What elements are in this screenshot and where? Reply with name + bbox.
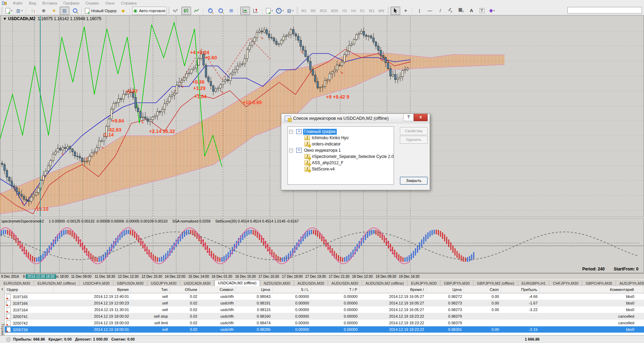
chart-tab-usdcadh-m30[interactable]: USDCADh,M30 — [180, 281, 214, 286]
candle-body — [1, 163, 3, 165]
column-header-8[interactable]: Время / — [360, 286, 426, 293]
candle-body — [52, 154, 54, 160]
chart-tab-gbpjpyh-m2-offline-[interactable]: GBPJPYh,M2 (offline) — [473, 281, 518, 286]
close-icon[interactable]: x — [414, 114, 428, 121]
candle-body — [11, 181, 13, 186]
column-header-6[interactable]: S / L — [273, 286, 311, 293]
chart-tab-chfjpyh-m30[interactable]: CHFJPYh,M30 — [549, 281, 582, 286]
candle-body — [407, 68, 409, 70]
candle-body — [162, 109, 163, 112]
cell-s / l: 0.00000 — [273, 314, 311, 318]
tree-item-label: Окно индикатора 1 — [303, 148, 342, 153]
table-row[interactable]: 31971662014.12.19 12:00:23sell0.02usdchf… — [5, 300, 644, 307]
tree-item-7[interactable]: ƒStdScore-v4 — [288, 166, 394, 172]
column-header-5[interactable]: Цена — [236, 286, 273, 293]
column-header-1[interactable]: Время — [54, 286, 131, 293]
time-axis-label: 14 Dec 22:00 — [165, 275, 186, 278]
column-header-2[interactable]: Тип — [131, 286, 170, 293]
cell-тип: sell limit — [131, 321, 170, 325]
column-header-12[interactable]: Комментарий — [540, 286, 644, 293]
cell-s / l: 0.00000 — [273, 294, 311, 299]
candle-body — [203, 54, 205, 65]
chart-tab-audusdh-m30[interactable]: AUDUSDh,M30 — [328, 281, 362, 286]
chart-tab-gbpjpyh-m30[interactable]: GBPJPYh,M30 — [440, 281, 473, 286]
column-header-0[interactable]: Ордер — [5, 286, 54, 293]
chart-tab-audusdh-m2-offline-[interactable]: AUDUSDh,M2 (offline) — [362, 281, 407, 286]
chart-tab-eurusdh-m30[interactable]: EURUSDh,M30 — [0, 281, 34, 286]
chart-tab-eurgbph-h1[interactable]: EURGBPh,H1 — [518, 281, 550, 286]
cell-s / l: 0.00000 — [273, 308, 311, 312]
candle-body — [324, 81, 326, 86]
terminal-side-strip: x Терминал — [0, 286, 5, 343]
column-header-4[interactable]: Символ — [199, 286, 236, 293]
expander-icon[interactable]: − — [289, 130, 293, 134]
candle-body — [222, 81, 224, 85]
chart-tab-gbpusdh-m30[interactable]: GBPUSDh,M30 — [113, 281, 147, 286]
table-row[interactable]: 32007392014.12.19 18:00:01sell0.02usdchf… — [5, 326, 644, 333]
cell-цена: 0.98379 — [426, 314, 464, 318]
cell-тип: sell — [131, 294, 170, 299]
candle-body — [349, 45, 350, 51]
chart-tab-gbpchfh-m30[interactable]: GBPCHFh,M30 — [582, 281, 616, 286]
indicator-function-icon: ƒ — [304, 160, 310, 165]
indicator-values-spectrometr: 1 0.00000 -0.00125 0.00132 -0.00008 0.00… — [49, 219, 168, 223]
chart-symbol: USDCADh,M2 — [8, 16, 35, 21]
delete-button[interactable]: Удалить — [400, 136, 428, 144]
tree-item-5[interactable]: ƒ#Spectrometr_Separate_Selective Cycle 2… — [288, 153, 394, 160]
time-axis-label: 17 Dec 19:30 — [305, 275, 326, 278]
chart-tab-audusdh-m30[interactable]: AUDUSDh,M30 — [294, 281, 328, 286]
indicators-tree[interactable]: −≈Главный графикƒIchimoku Kinko Hyoƒorde… — [287, 126, 394, 185]
candle-body — [159, 111, 161, 112]
tree-item-6[interactable]: ƒASS_ahp2012_F — [288, 160, 394, 166]
candle-body — [213, 86, 214, 91]
indicators-list-icon — [285, 116, 291, 121]
terminal-close-button[interactable]: x — [0, 287, 4, 291]
candle-body — [392, 74, 394, 76]
cell-время: 2014.12.19 18:00:02 — [54, 314, 131, 318]
candle-body — [375, 42, 377, 46]
cell-ордер: 3197165 — [5, 294, 54, 299]
tree-item-label: #Spectrometr_Separate_Selective Cycle 2.… — [311, 154, 394, 160]
cell-время: 2014.12.19 16:05:27 — [360, 294, 426, 299]
table-row[interactable]: 31971642014.12.19 11:30:01sell0.02usdchf… — [5, 307, 644, 313]
column-header-3[interactable]: Объем — [170, 286, 199, 293]
chart-tab-eurusdh-m2-offline-[interactable]: EURUSDh,M2 (offline) — [34, 281, 79, 286]
table-row[interactable]: 31971652014.12.19 12:40:01sell0.02usdchf… — [5, 293, 644, 300]
expander-icon[interactable]: − — [289, 149, 293, 152]
chart-tab-usdcadh-m2-offline-[interactable]: USDCADh,M2 (offline) — [214, 280, 260, 286]
candle-body — [259, 31, 260, 32]
tree-item-3[interactable]: ƒorders-indicator — [288, 141, 394, 147]
cell-ордер: 3200742 — [5, 320, 54, 326]
column-header-11[interactable]: Прибыль — [501, 286, 540, 293]
column-header-9[interactable]: Цена — [426, 286, 464, 293]
close-button[interactable]: Закрыть — [400, 177, 428, 185]
cell-время: 2014.12.19 11:30:01 — [54, 308, 131, 312]
properties-button[interactable]: Свойства — [400, 127, 428, 135]
chart-tab-audjpyh-m30[interactable]: AUDJPYh,M30 — [616, 281, 644, 286]
candle-body — [247, 50, 248, 59]
candle-body — [264, 30, 265, 32]
candle-body — [6, 170, 8, 177]
table-row[interactable]: 32007422014.12.19 18:00:03sell limit0.02… — [5, 320, 644, 326]
cell-тип: sell — [131, 327, 170, 332]
profit-annotation: +0.97 — [126, 89, 138, 94]
help-button[interactable]: ? — [403, 114, 414, 121]
candle-body — [57, 148, 59, 152]
tree-item-4[interactable]: −≈Окно индикатора 1 — [288, 147, 394, 153]
column-header-7[interactable]: T / P — [311, 286, 360, 293]
indicator-subwindow[interactable] — [0, 218, 644, 273]
candle-body — [254, 37, 256, 41]
chart-tab-usdjpyh-m30[interactable]: USDJPYh,M30 — [147, 281, 180, 286]
chart-tab-eurjpyh-m30[interactable]: EURJPYh,M30 — [407, 281, 440, 286]
time-axis[interactable]: 2014.12.09 18:20 9 Dec 20149 Dec 08:0010… — [0, 273, 644, 279]
profit-annotation: -32.83 — [108, 127, 121, 133]
table-row[interactable]: 32007412014.12.19 18:00:02sell stop0.02u… — [5, 313, 644, 320]
dialog-title-bar[interactable]: Список индикаторов на USDCADh,M2 (offlin… — [281, 114, 430, 123]
tree-item-2[interactable]: ƒIchimoku Kinko Hyo — [288, 135, 394, 141]
chart-tab-usdchfh-m30[interactable]: USDCHFh,M30 — [79, 281, 113, 286]
chart-title: ▼ USDCADh,M2 1.16075 1.16142 1.15948 1.1… — [3, 16, 101, 21]
column-header-10[interactable]: Своп — [464, 286, 501, 293]
chart-tab-nzdusdh-m30[interactable]: NZDUSDh,M30 — [260, 281, 294, 286]
cell-время: 2014.12.19 18:23:22 — [360, 321, 426, 325]
tree-item-1[interactable]: −≈Главный график — [288, 128, 394, 135]
